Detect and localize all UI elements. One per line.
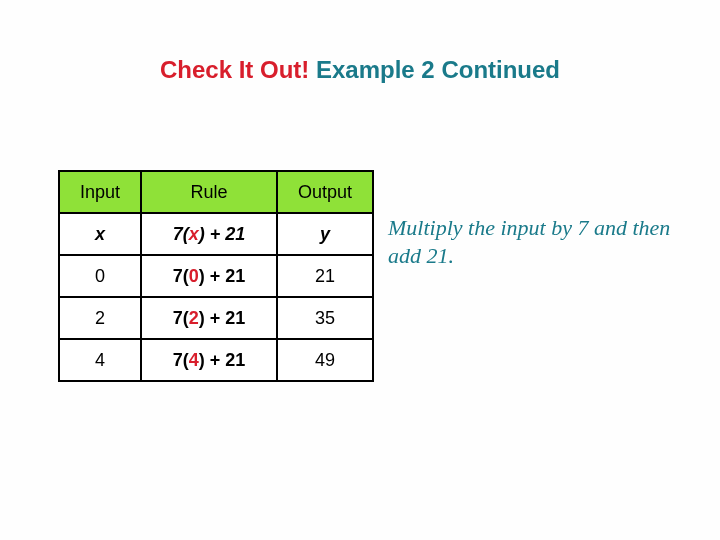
cell-rule: 7(0) + 21 (141, 255, 277, 297)
subhead-rule: 7(x) + 21 (141, 213, 277, 255)
cell-rule: 7(4) + 21 (141, 339, 277, 381)
table-row: 2 7(2) + 21 35 (59, 297, 373, 339)
header-output: Output (277, 171, 373, 213)
rule-table: Input Rule Output x 7(x) + 21 y 0 7(0) +… (58, 170, 374, 382)
table-subheader-row: x 7(x) + 21 y (59, 213, 373, 255)
cell-input: 4 (59, 339, 141, 381)
title-red: Check It Out! (160, 56, 316, 83)
header-input: Input (59, 171, 141, 213)
cell-rule: 7(2) + 21 (141, 297, 277, 339)
cell-output: 21 (277, 255, 373, 297)
page-title: Check It Out! Example 2 Continued (0, 56, 720, 84)
cell-output: 35 (277, 297, 373, 339)
cell-input: 0 (59, 255, 141, 297)
header-rule: Rule (141, 171, 277, 213)
subhead-x: x (59, 213, 141, 255)
rule-expression: 7(x) + 21 (173, 224, 246, 244)
cell-input: 2 (59, 297, 141, 339)
table-row: 0 7(0) + 21 21 (59, 255, 373, 297)
subhead-y: y (277, 213, 373, 255)
table-row: 4 7(4) + 21 49 (59, 339, 373, 381)
title-teal: Example 2 Continued (316, 56, 560, 83)
table-header-row: Input Rule Output (59, 171, 373, 213)
explanation-note: Multiply the input by 7 and then add 21. (388, 214, 688, 269)
cell-output: 49 (277, 339, 373, 381)
